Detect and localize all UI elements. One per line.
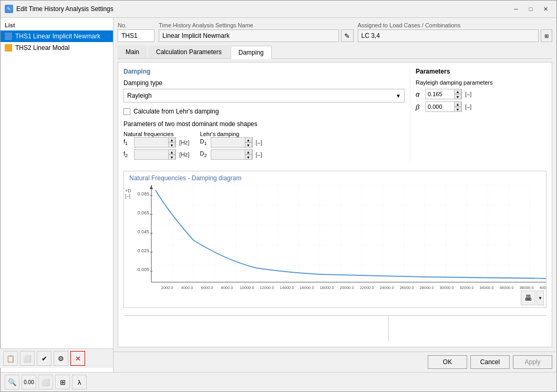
sidebar-header: List (1, 20, 113, 30)
alpha-row: α ▲ ▼ [–] (416, 89, 546, 99)
svg-text:0.065: 0.065 (137, 210, 149, 215)
maximize-button[interactable]: □ (524, 4, 538, 14)
D1-unit: [–] (256, 139, 262, 146)
svg-text:0.005: 0.005 (137, 267, 149, 272)
content-area: No. THS1 Time History Analysis Settings … (114, 18, 556, 352)
window-title: Edit Time History Analysis Settings (16, 5, 506, 13)
svg-text:24000.0: 24000.0 (379, 285, 394, 290)
svg-text:18000.0: 18000.0 (319, 285, 334, 290)
table-tool-button[interactable]: ⬜ (38, 375, 53, 389)
f1-spinbox[interactable]: ▲ ▼ (134, 137, 176, 148)
svg-text:14000.0: 14000.0 (280, 285, 294, 290)
lehrs-damping-header: Lehr's damping (200, 131, 262, 137)
beta-input[interactable] (426, 104, 454, 110)
alpha-label: α (416, 90, 422, 98)
f1-row: f1 ▲ ▼ (123, 137, 190, 148)
alpha-spinbox[interactable]: ▲ ▼ (425, 89, 462, 99)
params-of-label: Parameters of two most dominant mode sha… (123, 120, 405, 128)
f2-input[interactable] (135, 151, 168, 158)
parameters-title: Parameters (416, 68, 546, 75)
D1-input[interactable] (211, 139, 245, 146)
D2-input[interactable] (211, 151, 245, 158)
beta-arrows: ▲ ▼ (454, 101, 461, 112)
D2-spinbox[interactable]: ▲ ▼ (211, 149, 253, 160)
f1-input[interactable] (135, 139, 168, 146)
lambda-tool-button[interactable]: λ (72, 375, 87, 389)
print-dropdown-button[interactable]: ▼ (537, 291, 544, 305)
svg-text:36000.0: 36000.0 (499, 285, 513, 290)
edit-name-button[interactable]: ✎ (341, 29, 354, 42)
name-field-group: Time History Analysis Settings Name ✎ (159, 22, 354, 42)
tab-calculation-parameters[interactable]: Calculation Parameters (148, 45, 230, 58)
assigned-input[interactable] (358, 29, 539, 42)
alpha-up-button[interactable]: ▲ (454, 89, 461, 94)
D2-label: D2 (200, 150, 208, 158)
checkbox-row: Calculate from Lehr's damping (123, 108, 405, 115)
svg-text:22000.0: 22000.0 (359, 285, 374, 290)
calculate-checkbox[interactable] (123, 108, 130, 115)
name-input[interactable] (159, 29, 339, 42)
svg-text:8000.0: 8000.0 (221, 285, 233, 290)
D1-down-button[interactable]: ▼ (245, 142, 252, 148)
D1-spinbox[interactable]: ▲ ▼ (211, 137, 253, 148)
damping-type-label: Damping type (123, 79, 405, 87)
table-button[interactable]: ⊞ (541, 29, 552, 42)
beta-spinbox[interactable]: ▲ ▼ (425, 101, 462, 112)
print-button[interactable]: 🖶 (521, 291, 535, 305)
f1-down-button[interactable]: ▼ (168, 142, 176, 148)
alpha-unit: [–] (465, 91, 471, 97)
alpha-input[interactable] (426, 91, 454, 97)
f2-label: f2 (123, 150, 131, 158)
window-controls: ─ □ ✕ (509, 4, 552, 14)
zero-tool-button[interactable]: 0.00 (22, 375, 36, 389)
chart-panel: Natural Frequencies - Damping diagram +D… (123, 171, 546, 308)
svg-text:4000.0: 4000.0 (181, 285, 193, 290)
minimize-button[interactable]: ─ (509, 4, 523, 14)
beta-up-button[interactable]: ▲ (454, 101, 461, 107)
chart-title: Natural Frequencies - Damping diagram (124, 171, 546, 183)
svg-text:40000.0: 40000.0 (539, 285, 546, 290)
chart-svg: 0.085 0.065 0.045 0.025 (151, 185, 530, 285)
D1-up-button[interactable]: ▲ (245, 137, 252, 142)
no-field-group: No. THS1 (118, 22, 154, 42)
svg-text:6000.0: 6000.0 (201, 285, 213, 290)
damping-section-title: Damping (123, 68, 405, 75)
svg-text:32000.0: 32000.0 (459, 285, 473, 290)
close-button[interactable]: ✕ (539, 4, 552, 14)
D1-label: D1 (200, 138, 208, 146)
f1-up-button[interactable]: ▲ (168, 137, 176, 142)
beta-down-button[interactable]: ▼ (454, 107, 461, 112)
header-row: No. THS1 Time History Analysis Settings … (118, 22, 552, 42)
alpha-down-button[interactable]: ▼ (454, 94, 461, 99)
damping-left: Damping Damping type Rayleigh ▼ (123, 68, 405, 161)
ths2-icon (5, 44, 12, 51)
chart-toolbar: 🖶 ▼ (521, 291, 544, 305)
svg-rect-0 (151, 185, 530, 285)
tab-damping[interactable]: Damping (231, 46, 272, 59)
D2-up-button[interactable]: ▲ (245, 149, 252, 154)
damping-type-dropdown[interactable]: Rayleigh ▼ (123, 89, 405, 102)
natural-freq-header: Natural frequencies (123, 131, 190, 137)
sidebar-item-ths2[interactable]: THS2 Linear Modal (1, 42, 113, 54)
bottom-right (389, 316, 546, 342)
name-input-row: ✎ (159, 29, 354, 42)
f2-down-button[interactable]: ▼ (168, 154, 176, 160)
D2-down-button[interactable]: ▼ (245, 154, 252, 160)
apply-button[interactable]: Apply (513, 355, 552, 369)
f2-up-button[interactable]: ▲ (168, 149, 176, 154)
D2-row: D2 ▲ ▼ (200, 149, 262, 160)
cancel-button[interactable]: Cancel (470, 355, 510, 369)
D2-unit: [–] (256, 151, 262, 158)
y-axis-label: +D [–] (125, 188, 131, 199)
search-tool-button[interactable]: 🔍 (5, 375, 19, 389)
f2-spinbox[interactable]: ▲ ▼ (134, 149, 176, 160)
sidebar-item-ths1[interactable]: THS1 Linear Implicit Newmark (1, 30, 113, 42)
dropdown-arrow-icon: ▼ (396, 93, 401, 99)
tab-main[interactable]: Main (118, 45, 147, 58)
ok-button[interactable]: OK (428, 355, 467, 369)
beta-unit: [–] (465, 104, 471, 110)
rayleigh-params: Rayleigh damping parameters α ▲ ▼ (416, 79, 546, 112)
svg-text:38000.0: 38000.0 (519, 285, 533, 290)
damping-type-row: Damping type Rayleigh ▼ (123, 79, 405, 102)
grid-tool-button[interactable]: ⊞ (55, 375, 70, 389)
